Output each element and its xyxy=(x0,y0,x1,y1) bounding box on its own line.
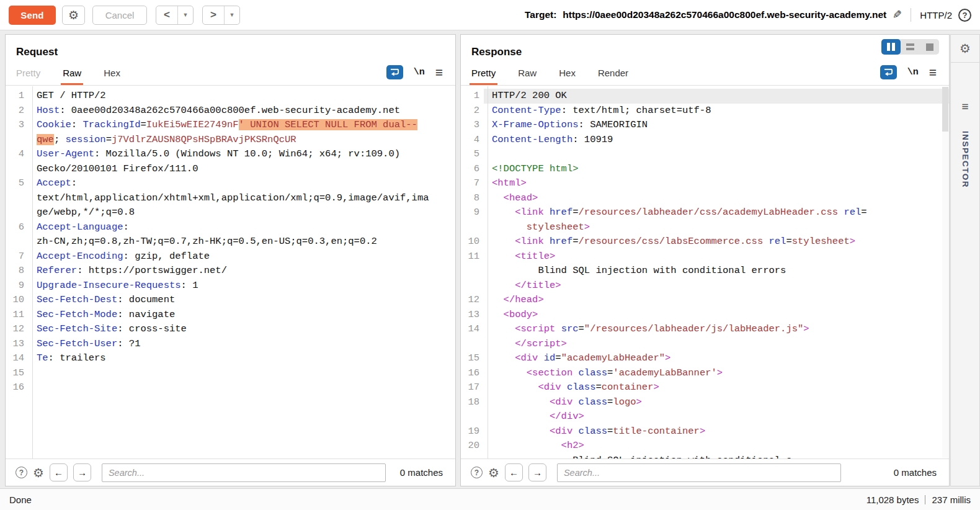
code-line: 12Sec-Fetch-Site: cross-site xyxy=(6,322,455,337)
next-match-button[interactable]: → xyxy=(73,463,91,481)
code-line: 2Content-Type: text/html; charset=utf-8 xyxy=(461,104,949,119)
line-number: 5 xyxy=(6,176,29,191)
code-line: 7Accept-Encoding: gzip, deflate xyxy=(6,249,455,264)
word-wrap-toggle-icon[interactable] xyxy=(386,65,403,79)
code-line: 10 <link href=/resources/css/labsEcommer… xyxy=(461,235,949,249)
line-content: Sec-Fetch-User: ?1 xyxy=(29,337,455,352)
line-number: 8 xyxy=(6,264,29,279)
code-line: 3Cookie: TrackingId=IukEi5wEIE2749nF' UN… xyxy=(6,118,455,133)
line-number: 3 xyxy=(6,118,29,133)
code-line: 13 <body> xyxy=(461,308,949,323)
request-tabs: PrettyRawHex xyxy=(16,68,120,85)
next-match-button[interactable]: → xyxy=(528,463,546,481)
send-settings-button[interactable]: ⚙ xyxy=(62,6,85,25)
code-line: 17 <div class=container> xyxy=(461,380,949,395)
response-panel-header: Response PrettyRawHexRender \n ≡ xyxy=(461,35,949,86)
search-help-icon[interactable]: ? xyxy=(16,467,27,478)
layout-toggle-group xyxy=(881,39,939,55)
line-content: Blind SQL injection with conditional e xyxy=(484,454,949,459)
columns-icon xyxy=(892,43,895,51)
columns-icon xyxy=(887,43,890,51)
editor-menu-icon[interactable]: ≡ xyxy=(435,66,443,79)
response-time: 237 millis xyxy=(932,494,971,505)
tab-render[interactable]: Render xyxy=(598,68,628,85)
tab-hex[interactable]: Hex xyxy=(559,68,576,85)
line-content: </div> xyxy=(484,409,949,424)
status-metrics: 11,028 bytes 237 millis xyxy=(866,494,971,505)
search-input[interactable] xyxy=(102,463,386,482)
code-line: 11 <title> xyxy=(461,249,949,264)
tab-raw[interactable]: Raw xyxy=(63,68,81,85)
code-line: 10Sec-Fetch-Dest: document xyxy=(6,293,455,308)
layout-rows-button[interactable] xyxy=(901,39,920,55)
line-content: <div class=logo> xyxy=(484,395,949,410)
chevron-down-icon[interactable]: ▼ xyxy=(178,12,193,18)
line-number: 16 xyxy=(6,380,29,395)
code-line: 14Te: trailers xyxy=(6,351,455,366)
chevron-down-icon[interactable]: ▼ xyxy=(225,12,239,18)
line-number xyxy=(461,409,484,424)
newline-display-toggle[interactable]: \n xyxy=(907,67,919,78)
edit-target-pencil-icon[interactable]: ✎ xyxy=(893,8,902,22)
code-line: 6<!DOCTYPE html> xyxy=(461,162,949,177)
line-content xyxy=(29,380,455,395)
line-content: Sec-Fetch-Mode: navigate xyxy=(29,308,455,323)
tab-hex[interactable]: Hex xyxy=(104,68,120,85)
previous-match-button[interactable]: ← xyxy=(50,463,68,481)
line-content: Blind SQL injection with conditional err… xyxy=(484,264,949,279)
line-content: <title> xyxy=(484,249,949,264)
tab-pretty[interactable]: Pretty xyxy=(16,68,40,85)
newline-display-toggle[interactable]: \n xyxy=(414,67,425,78)
editor-menu-icon[interactable]: ≡ xyxy=(929,66,937,79)
send-button[interactable]: Send xyxy=(9,6,56,25)
request-editor[interactable]: 1GET / HTTP/22Host: 0aee00d20348a262c570… xyxy=(6,86,455,459)
line-content: Sec-Fetch-Dest: document xyxy=(29,293,455,308)
cancel-button[interactable]: Cancel xyxy=(92,6,147,25)
match-count: 0 matches xyxy=(400,467,445,478)
tab-pretty[interactable]: Pretty xyxy=(471,68,496,85)
back-icon: < xyxy=(156,9,177,21)
scrollbar-thumb[interactable] xyxy=(942,87,948,132)
code-line: 9Upgrade-Insecure-Requests: 1 xyxy=(6,279,455,293)
tab-raw[interactable]: Raw xyxy=(518,68,537,85)
http-version-label: HTTP/2 xyxy=(920,10,952,20)
line-content: Cookie: TrackingId=IukEi5wEIE2749nF' UNI… xyxy=(29,118,455,133)
vertical-scrollbar[interactable] xyxy=(942,87,948,458)
line-number: 6 xyxy=(6,220,29,235)
line-number: 2 xyxy=(6,104,29,119)
line-number: 9 xyxy=(6,279,29,293)
search-settings-icon[interactable]: ⚙ xyxy=(33,467,44,479)
help-icon[interactable]: ? xyxy=(958,9,971,22)
inspector-collapse-icon[interactable]: ≡ xyxy=(951,100,979,114)
divider xyxy=(925,495,925,504)
code-line: 4User-Agent: Mozilla/5.0 (Windows NT 10.… xyxy=(6,147,455,162)
line-number: 13 xyxy=(461,308,484,323)
code-line: 19 <div class=title-container> xyxy=(461,424,949,439)
request-panel-header: Request PrettyRawHex \n ≡ xyxy=(6,35,455,86)
word-wrap-toggle-icon[interactable] xyxy=(880,65,897,79)
previous-match-button[interactable]: ← xyxy=(505,463,523,481)
line-number: 11 xyxy=(461,249,484,264)
code-line: text/html,application/xhtml+xml,applicat… xyxy=(6,191,455,206)
code-line: Blind SQL injection with conditional e xyxy=(461,454,949,459)
line-number xyxy=(461,337,484,352)
layout-single-button[interactable] xyxy=(920,39,939,55)
code-line: 8Referer: https://portswigger.net/ xyxy=(6,264,455,279)
line-content: HTTP/2 200 OK xyxy=(484,89,949,104)
inspector-tab[interactable]: INSPECTOR xyxy=(961,131,970,188)
line-content: </head> xyxy=(484,293,949,308)
line-content: <div class=title-container> xyxy=(484,424,949,439)
line-number: 15 xyxy=(6,366,29,381)
search-input[interactable] xyxy=(557,463,841,482)
line-number: 1 xyxy=(6,89,29,104)
next-request-button[interactable]: > ▼ xyxy=(202,6,240,25)
previous-request-button[interactable]: < ▼ xyxy=(156,6,194,25)
search-help-icon[interactable]: ? xyxy=(471,467,483,478)
line-content xyxy=(484,147,949,162)
line-number: 12 xyxy=(6,322,29,337)
search-settings-icon[interactable]: ⚙ xyxy=(488,467,499,479)
layout-columns-button[interactable] xyxy=(881,39,901,55)
inspector-settings-gear-icon[interactable]: ⚙ xyxy=(951,41,979,56)
line-content: stylesheet> xyxy=(484,220,949,235)
response-editor[interactable]: 1HTTP/2 200 OK2Content-Type: text/html; … xyxy=(461,86,949,459)
